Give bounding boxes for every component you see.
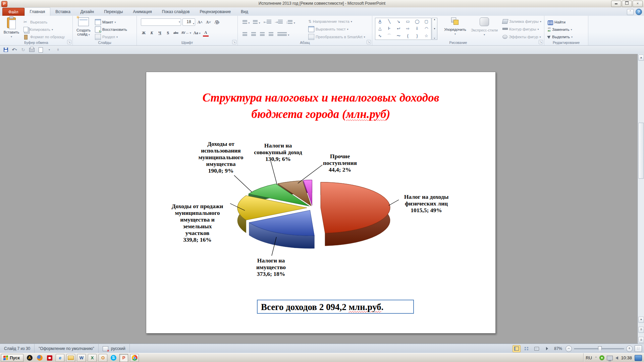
change-case-button[interactable]: Aa ▾	[194, 30, 201, 36]
decrease-indent-button[interactable]: ⇤	[263, 20, 271, 24]
total-textbox[interactable]: Всего доходов 2 094,2 млн.руб.	[257, 300, 414, 314]
tab-animations[interactable]: Анимация	[128, 8, 157, 16]
cut-button[interactable]: Вырезать	[23, 18, 47, 26]
print-button[interactable]	[29, 47, 35, 53]
shape-effects-button[interactable]: Эффекты фигур ▾	[502, 33, 541, 41]
shape-textbox-icon[interactable]: A̲	[375, 18, 385, 25]
qat-customize-button[interactable]: ▿̄	[55, 47, 61, 53]
arrange-button[interactable]: Упорядочить▾	[442, 17, 468, 40]
convert-smartart-button[interactable]: Преобразовать в SmartArt ▾	[308, 33, 365, 41]
paste-button[interactable]: Вставить▾	[2, 17, 21, 40]
skype-icon[interactable]: S	[109, 354, 117, 362]
pie-chart-object[interactable]: Структура налоговых и неналоговых доходо…	[146, 72, 495, 333]
shape-arc-icon[interactable]: ⌒	[385, 33, 394, 40]
align-right-button[interactable]	[260, 32, 265, 37]
paragraph-dialog-launcher[interactable]: ↘	[367, 40, 371, 44]
show-desktop-button[interactable]	[635, 355, 642, 361]
slide-sorter-button[interactable]	[523, 345, 531, 352]
shape-rounded-rect-icon[interactable]: ▢	[422, 18, 431, 25]
columns-button[interactable]: ▾	[277, 32, 289, 37]
qat-more-button[interactable]: ▾	[46, 47, 52, 53]
scrollbar-thumb[interactable]	[638, 123, 644, 179]
slide-canvas[interactable]: Структура налоговых и неналоговых доходо…	[146, 72, 496, 334]
network-icon[interactable]	[607, 356, 613, 360]
shape-rectangle-icon[interactable]: ▭	[403, 18, 413, 25]
undo-button[interactable]: ↶▾	[11, 47, 17, 53]
shape-triangle-icon[interactable]: △	[375, 25, 385, 32]
clipboard-dialog-launcher[interactable]: ↘	[67, 40, 71, 44]
bullets-button[interactable]: ▾	[243, 20, 250, 24]
font-color-button[interactable]: А	[203, 29, 209, 37]
tab-view[interactable]: Вид	[236, 8, 253, 16]
keyboard-language[interactable]: RU	[586, 355, 592, 360]
align-text-button[interactable]: Выровнять текст ▾	[308, 25, 348, 33]
format-painter-button[interactable]: Формат по образцу	[23, 33, 65, 41]
excel-icon[interactable]: X	[88, 354, 97, 362]
zoom-level[interactable]: 87%	[554, 346, 562, 351]
normal-view-button[interactable]	[513, 345, 521, 352]
reading-view-button[interactable]	[533, 345, 541, 352]
quick-styles-button[interactable]: Экспресс-стили▾	[469, 17, 500, 40]
zoom-in-button[interactable]: +	[626, 346, 633, 352]
outlook-icon[interactable]: O	[99, 354, 107, 362]
lingvo-icon[interactable]: A	[25, 354, 34, 362]
shape-elbow-arrow-icon[interactable]: ⮠	[394, 25, 403, 32]
tray-expand-icon[interactable]: ⌃	[595, 356, 597, 360]
zoom-slider-thumb[interactable]	[598, 346, 602, 352]
shape-curve-icon[interactable]: 〜	[394, 33, 403, 40]
shape-right-brace-icon[interactable]: }	[413, 33, 422, 40]
clock[interactable]: 10:38	[621, 355, 632, 360]
align-left-button[interactable]	[243, 32, 247, 37]
reset-button[interactable]: Восстановить	[95, 26, 127, 33]
shapes-scroll-down-icon[interactable]: ▼	[432, 27, 437, 30]
font-size-combo[interactable]: 18 ▾	[182, 18, 195, 26]
underline-button[interactable]: Ч	[157, 30, 163, 36]
text-direction-button[interactable]: ⇅Направление текста ▾	[308, 18, 352, 25]
shape-fill-button[interactable]: Заливка фигуры ▾	[502, 18, 541, 25]
zoom-slider[interactable]	[574, 348, 624, 349]
tab-file[interactable]: Файл	[2, 8, 24, 16]
shape-arrow-icon[interactable]: ↘	[394, 18, 403, 25]
line-spacing-button[interactable]: ↕ ▾	[286, 20, 295, 24]
shrink-font-button[interactable]: A˅	[206, 19, 211, 25]
align-center-button[interactable]	[251, 32, 256, 37]
shape-down-arrow-icon[interactable]: ⇩	[413, 25, 422, 32]
internet-explorer-icon[interactable]: e	[56, 354, 64, 362]
vertical-scrollbar[interactable]: ▲ ▼ ⇈ ⇊	[638, 54, 644, 344]
tab-insert[interactable]: Вставка	[50, 8, 75, 16]
drawing-dialog-launcher[interactable]: ↘	[539, 40, 543, 44]
shape-elbow-icon[interactable]: Ⱶ	[385, 25, 394, 32]
grow-font-button[interactable]: A˄	[197, 19, 203, 25]
shape-scribble-icon[interactable]: ∿	[375, 33, 385, 40]
character-spacing-button[interactable]: AV↔ ▾	[181, 30, 191, 36]
shapes-more-icon[interactable]: ⩛	[432, 37, 437, 40]
section-button[interactable]: Раздел ▾	[95, 33, 118, 41]
tab-slideshow[interactable]: Показ слайдов	[157, 8, 195, 16]
volume-icon[interactable]	[615, 356, 618, 360]
shape-line-icon[interactable]: ╲	[385, 18, 394, 25]
tab-review[interactable]: Рецензирование	[195, 8, 236, 16]
shape-cloud-icon[interactable]: ◠	[422, 25, 431, 32]
chrome-icon[interactable]	[130, 354, 139, 362]
strikethrough-button[interactable]: abc	[173, 30, 179, 36]
select-button[interactable]: Выделить ▾	[548, 33, 573, 41]
file-manager-icon[interactable]	[66, 354, 75, 362]
shapes-gallery[interactable]: A̲ ╲ ↘ ▭ ◯ ▢ △ Ⱶ ⮠ ⇨ ⇩ ◠ ∿ ⌒ 〜 { } ☆	[375, 18, 431, 40]
shape-oval-icon[interactable]: ◯	[413, 18, 422, 25]
theme-indicator[interactable]: "Оформление по умолчанию"	[35, 344, 98, 353]
slide-indicator[interactable]: Слайд 7 из 30	[0, 344, 35, 353]
shapes-scroll-up-icon[interactable]: ▲	[432, 18, 437, 20]
scroll-down-icon[interactable]: ▼	[638, 317, 644, 323]
powerpoint-taskbar-icon[interactable]: P	[119, 354, 128, 362]
shape-right-arrow-icon[interactable]: ⇨	[403, 25, 413, 32]
bold-button[interactable]: Ж	[141, 30, 147, 36]
font-dialog-launcher[interactable]: ↘	[232, 40, 236, 44]
finereader-icon[interactable]	[46, 354, 54, 362]
help-icon[interactable]: ?	[636, 9, 642, 15]
next-slide-icon[interactable]: ⇊	[638, 337, 644, 343]
find-button[interactable]: Найти	[548, 18, 566, 26]
new-slide-button[interactable]: Создать слайд ▾	[74, 17, 93, 40]
numbering-button[interactable]: ▾	[253, 20, 260, 24]
justify-button[interactable]	[269, 32, 273, 37]
firefox-icon[interactable]	[36, 354, 44, 362]
